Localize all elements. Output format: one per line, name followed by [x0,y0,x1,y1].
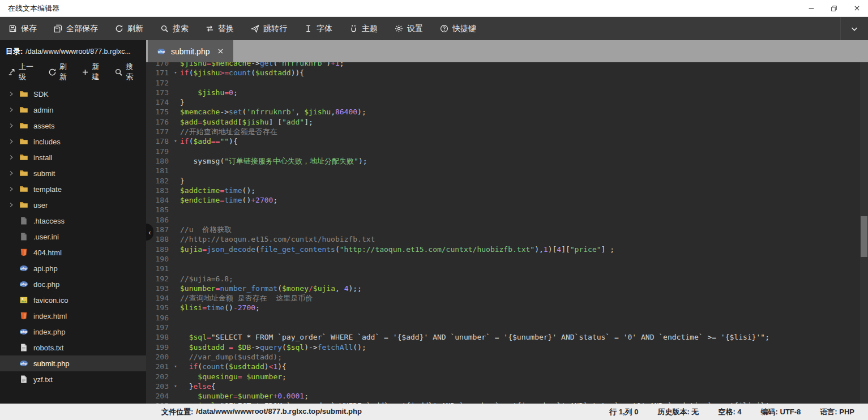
toolbar-button-label: 主题 [362,24,378,34]
code-line[interactable]: 199 $usdtadd = $DB->query($sql)->fetchAl… [146,342,860,352]
code-line[interactable]: 195$lisi=time()-2700; [146,303,860,312]
chevron-right-icon[interactable] [8,202,19,208]
tree-item-admin[interactable]: admin [0,102,146,118]
code-line[interactable]: 192//$ujia=6.8; [146,274,860,284]
tree-item-index.php[interactable]: phpindex.php [0,324,146,340]
tree-item-favicon.ico[interactable]: favicon.ico [0,292,146,308]
sidebar-action-refresh[interactable]: 刷新 [48,62,72,82]
code-line[interactable]: 186 [146,215,860,225]
editor-vertical-scrollbar[interactable] [860,62,868,404]
minimize-button[interactable] [800,0,823,17]
code-line[interactable]: 202 $quesingu= $unumber; [146,372,860,382]
code-line[interactable]: 189$ujia=json_decode(file_get_contents("… [146,245,860,254]
toolbar-button-goto-line[interactable]: 跳转行 [242,17,296,40]
chevron-right-icon[interactable] [8,170,19,177]
toolbar-button-settings[interactable]: 设置 [386,17,431,40]
statusbar-item-1[interactable]: 历史版本: 无 [657,407,699,417]
code-text: $add=$usdtadd[$jishu] ["add"]; [180,117,313,127]
code-line[interactable]: 176$add=$usdtadd[$jishu] ["add"]; [146,117,860,127]
tree-item-template[interactable]: template [0,181,146,197]
tree-item-robots.txt[interactable]: robots.txt [0,340,146,355]
toolbar-more-button[interactable] [840,17,868,40]
code-line[interactable]: 171▾if($jishu>=count($usdtadd)){ [146,68,860,78]
toolbar-button-shortcuts[interactable]: 快捷键 [431,17,485,40]
code-line[interactable]: 188//http://taoqun.et15.com/cuntxt/huobi… [146,234,860,244]
fold-toggle-icon[interactable]: ▾ [171,382,180,391]
tree-item-user[interactable]: user [0,197,146,213]
statusbar-item-4[interactable]: 语言: PHP [820,407,854,417]
toolbar-button-label: 设置 [407,24,423,34]
svg-text:php: php [20,362,27,366]
code-line[interactable]: 197 [146,323,860,332]
tree-item-SDK[interactable]: SDK [0,86,146,102]
code-line[interactable]: 178▾if($add==""){ [146,136,860,146]
close-button[interactable] [845,0,868,17]
tree-item-submit.php[interactable]: phpsubmit.php [0,355,146,371]
code-editor[interactable]: 170$jishu=$memcache->get('nfrruknrb')+1;… [146,62,868,404]
chevron-right-icon[interactable] [8,154,19,161]
tree-item-.htaccess[interactable]: .htaccess [0,213,146,229]
fold-toggle-icon[interactable]: ▾ [171,136,180,146]
code-line[interactable]: 203▾ }else{ [146,382,860,391]
code-line[interactable]: 191 [146,264,860,273]
tree-item-submit[interactable]: submit [0,165,146,181]
sidebar-action-search[interactable]: 搜索 [114,62,138,82]
statusbar-item-3[interactable]: 编码: UTF-8 [761,407,801,417]
tree-item-assets[interactable]: assets [0,118,146,134]
code-line[interactable]: 201▾ if(count($usdtadd)<1){ [146,362,860,371]
fold-toggle-icon[interactable]: ▾ [171,68,180,78]
tree-item-api.php[interactable]: phpapi.php [0,260,146,276]
code-line[interactable]: 187//u 价格获取 [146,225,860,234]
code-line[interactable]: 193$unumber=number_format($money/$ujia, … [146,284,860,293]
toolbar-button-replace[interactable]: 替换 [197,17,242,40]
code-line[interactable]: 182} [146,176,860,186]
tree-item-includes[interactable]: includes [0,134,146,149]
toolbar-button-save-all[interactable]: 全部保存 [45,17,106,40]
restore-button[interactable] [823,0,845,17]
tree-item-install[interactable]: install [0,149,146,165]
tab-submit-php[interactable]: php submit.php [148,40,233,62]
scrollbar-thumb[interactable] [861,216,867,257]
tree-item-yzf.txt[interactable]: yzf.txt [0,371,146,387]
code-line[interactable]: 170$jishu=$memcache->get('nfrruknrb')+1; [146,62,860,68]
chevron-right-icon[interactable] [8,138,19,145]
tree-item-index.html[interactable]: index.html [0,308,146,324]
code-line[interactable]: 200 //var_dump($usdtadd); [146,352,860,362]
code-line[interactable]: 180 sysmsg("订单链接服务中心失败，地址分配失败"); [146,156,860,166]
tab-close-icon[interactable] [217,48,224,55]
tree-item-404.html[interactable]: 404.html [0,245,146,260]
toolbar-button-refresh[interactable]: 刷新 [106,17,152,40]
code-line[interactable]: 185 [146,205,860,215]
sidebar-action-new[interactable]: 新建 [82,62,104,82]
code-line[interactable]: 179 [146,147,860,156]
code-line[interactable]: 184$endctime=time()+2700; [146,195,860,205]
tree-item-doc.php[interactable]: phpdoc.php [0,276,146,292]
code-line[interactable]: 177//开始查询地址金额是否存在 [146,127,860,136]
chevron-down-icon [850,24,859,33]
tree-item-.user.ini[interactable]: .user.ini [0,229,146,245]
code-line[interactable]: 205 $sql="SELECT * FROM `pay_order` WHER… [146,401,860,404]
sidebar-action-up-level[interactable]: 上一级 [8,62,38,82]
chevron-right-icon[interactable] [8,106,19,113]
php-file-icon: php [19,280,28,289]
code-line[interactable]: 173 $jishu=0; [146,88,860,97]
code-line[interactable]: 190 [146,254,860,264]
toolbar-button-font[interactable]: 字体 [296,17,341,40]
code-line[interactable]: 198 $sql="SELECT * FROM `pay_order` WHER… [146,332,860,342]
chevron-right-icon[interactable] [8,186,19,192]
toolbar-button-search[interactable]: 搜索 [152,17,197,40]
code-line[interactable]: 172 [146,78,860,88]
statusbar-item-2[interactable]: 空格: 4 [718,407,741,417]
chevron-right-icon[interactable] [8,91,19,97]
code-line[interactable]: 194//查询地址金额 是否存在 这里是币价 [146,293,860,303]
code-line[interactable]: 183$addctime=time(); [146,186,860,195]
fold-toggle-icon[interactable]: ▾ [171,362,180,371]
chevron-right-icon[interactable] [8,122,19,129]
code-line[interactable]: 181 [146,166,860,175]
code-line[interactable]: 204 $unumber=$unumber+0.0001; [146,391,860,401]
code-line[interactable]: 196 [146,313,860,323]
code-line[interactable]: 174} [146,97,860,107]
code-line[interactable]: 175$memcache->set('nfrruknrb', $jishu,86… [146,107,860,117]
toolbar-button-save[interactable]: 保存 [0,17,45,40]
toolbar-button-theme[interactable]: 主题 [341,17,386,40]
